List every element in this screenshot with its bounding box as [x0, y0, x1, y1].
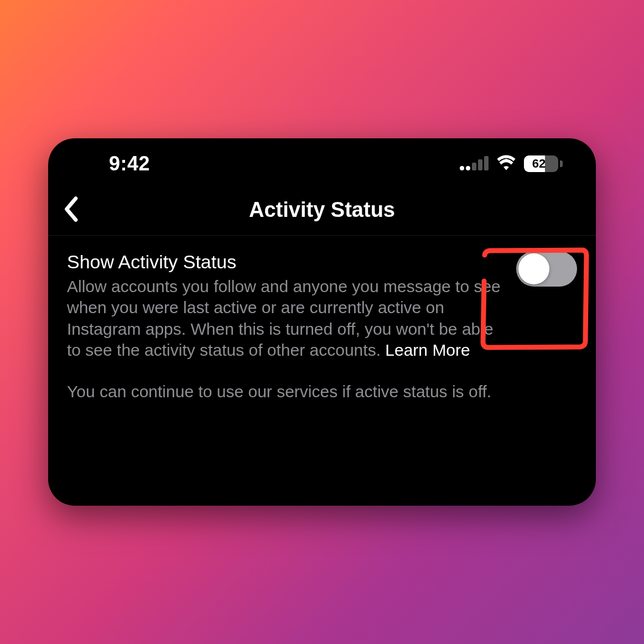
battery-indicator: 62: [524, 155, 563, 172]
status-icons: 62: [460, 155, 563, 173]
back-button[interactable]: [61, 196, 80, 225]
status-bar: 9:42 62: [48, 138, 596, 183]
learn-more-link[interactable]: Learn More: [385, 341, 470, 359]
toggle-knob: [518, 253, 549, 284]
status-time: 9:42: [109, 152, 150, 175]
setting-extra-text: You can continue to use our services if …: [67, 381, 503, 402]
nav-bar: Activity Status: [48, 183, 596, 236]
content: Show Activity Status Allow accounts you …: [48, 236, 596, 416]
wifi-icon: [496, 155, 516, 173]
setting-text: Show Activity Status Allow accounts you …: [67, 251, 503, 402]
setting-title: Show Activity Status: [67, 251, 503, 273]
phone-screen: 9:42 62 Activity S: [48, 138, 596, 506]
battery-percent: 62: [524, 157, 556, 171]
setting-description: Allow accounts you follow and anyone you…: [67, 276, 503, 361]
page-title: Activity Status: [61, 198, 583, 222]
cellular-signal-icon: [460, 157, 489, 170]
setting-row: Show Activity Status Allow accounts you …: [67, 251, 577, 402]
activity-status-toggle[interactable]: [516, 251, 577, 287]
